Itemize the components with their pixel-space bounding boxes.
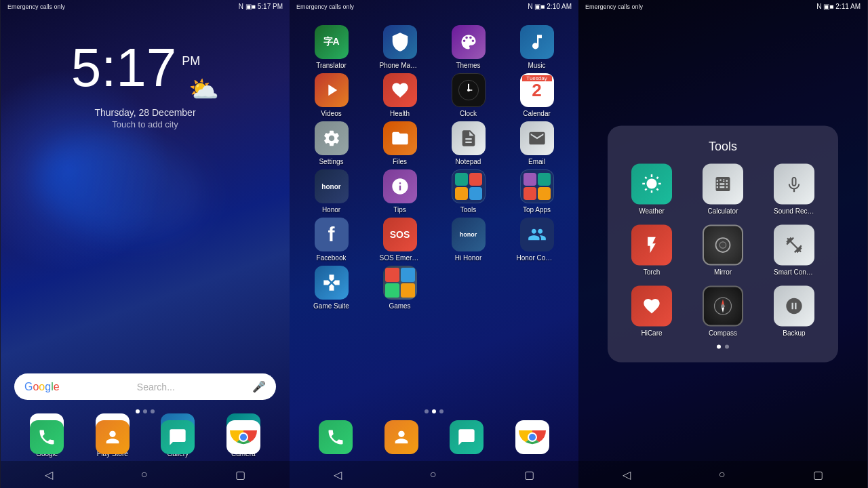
lock-time-right: PM ⛅ bbox=[182, 41, 219, 104]
folder-dot-2 bbox=[725, 345, 729, 349]
app-label-music: Music bbox=[528, 62, 545, 69]
app-mirror[interactable]: Mirror bbox=[692, 225, 753, 276]
nav-recents-2[interactable]: ▢ bbox=[524, 468, 534, 481]
time-1: 5:17 PM bbox=[258, 3, 283, 10]
nav-recents-3[interactable]: ▢ bbox=[813, 468, 823, 481]
app-games[interactable]: Games bbox=[368, 266, 432, 310]
app-torch[interactable]: Torch bbox=[621, 225, 682, 276]
app-chrome-1[interactable] bbox=[226, 420, 260, 454]
nav-home-3[interactable]: ○ bbox=[719, 468, 726, 481]
signal-icons-2: N ▣■ bbox=[528, 3, 545, 10]
dot-2-2 bbox=[432, 409, 436, 413]
app-label-smart-controller: Smart Controller bbox=[774, 268, 814, 276]
app-messages-2[interactable] bbox=[450, 420, 484, 454]
app-themes[interactable]: Themes bbox=[436, 25, 500, 69]
status-right-1: N ▣■ 5:17 PM bbox=[239, 3, 283, 10]
app-sos[interactable]: SOS SOS Emergency bbox=[368, 218, 432, 262]
app-label-game-suite: Game Suite bbox=[313, 302, 349, 310]
nav-back-2[interactable]: ◁ bbox=[334, 468, 342, 481]
status-bar-phone2: Emergency calls only N ▣■ 2:10 AM bbox=[290, 0, 578, 13]
app-calendar[interactable]: Tuesday 2 Calendar bbox=[505, 73, 569, 117]
nav-back-1[interactable]: ◁ bbox=[45, 468, 53, 481]
app-game-suite[interactable]: Game Suite bbox=[299, 266, 363, 310]
bottom-dock-phone1 bbox=[1, 417, 290, 458]
app-weather[interactable]: Weather bbox=[621, 164, 682, 215]
app-label-email: Email bbox=[528, 158, 545, 165]
nav-back-3[interactable]: ◁ bbox=[623, 468, 631, 481]
svg-point-11 bbox=[716, 238, 730, 252]
weather-icon: ⛅ bbox=[189, 75, 219, 103]
app-smart-controller[interactable]: Smart Controller bbox=[764, 225, 825, 276]
svg-point-3 bbox=[240, 434, 247, 441]
nav-recents-1[interactable]: ▢ bbox=[235, 468, 245, 481]
lock-ampm: PM bbox=[182, 54, 219, 68]
folder-grid: Weather Calculator Sound Recorder bbox=[621, 164, 825, 337]
app-health[interactable]: Health bbox=[368, 73, 432, 117]
app-compass[interactable]: Compass bbox=[692, 286, 753, 337]
app-sound-recorder[interactable]: Sound Recorder bbox=[764, 164, 825, 215]
app-label-phone-manager: Phone Manager bbox=[380, 62, 420, 69]
app-settings[interactable]: Settings bbox=[299, 121, 363, 165]
app-label-honor: Honor bbox=[322, 206, 340, 214]
app-top-apps[interactable]: Top Apps bbox=[505, 169, 569, 214]
app-honor-community[interactable]: Honor Commu... bbox=[505, 218, 569, 262]
app-email[interactable]: Email bbox=[505, 121, 569, 165]
lock-date: Thursday, 28 December bbox=[94, 107, 195, 118]
phone2: Emergency calls only N ▣■ 2:10 AM 字A Tra… bbox=[290, 0, 578, 488]
nav-bar-phone1: ◁ ○ ▢ bbox=[1, 461, 290, 488]
app-videos[interactable]: Videos bbox=[299, 73, 363, 117]
app-label-translator: Translator bbox=[316, 62, 347, 69]
app-files[interactable]: Files bbox=[368, 121, 432, 165]
app-hi-honor[interactable]: honor Hi Honor bbox=[436, 218, 500, 262]
nav-home-1[interactable]: ○ bbox=[141, 468, 148, 481]
svg-point-16 bbox=[722, 304, 725, 308]
app-tips[interactable]: Tips bbox=[368, 169, 432, 214]
emergency-text-2: Emergency calls only bbox=[296, 3, 354, 10]
app-backup[interactable]: Backup bbox=[764, 286, 825, 337]
app-facebook[interactable]: f Facebook bbox=[299, 218, 363, 262]
app-phone-1[interactable] bbox=[30, 420, 64, 454]
app-tools[interactable]: Tools bbox=[436, 169, 500, 214]
app-label-settings: Settings bbox=[319, 158, 343, 165]
app-label-calculator: Calculator bbox=[707, 207, 738, 215]
phone3: Emergency calls only N ▣■ 2:11 AM Tools … bbox=[578, 0, 867, 488]
app-phone-manager[interactable]: Phone Manager bbox=[368, 25, 432, 69]
app-label-videos: Videos bbox=[321, 110, 341, 117]
app-contacts-1[interactable] bbox=[96, 420, 130, 454]
app-label-files: Files bbox=[393, 158, 407, 165]
dot-3 bbox=[151, 409, 155, 413]
emergency-text-3: Emergency calls only bbox=[585, 3, 643, 10]
app-label-calendar: Calendar bbox=[523, 110, 551, 117]
app-chrome-2[interactable] bbox=[515, 420, 549, 454]
dot-2-1 bbox=[425, 409, 429, 413]
app-honor[interactable]: honor Honor bbox=[299, 169, 363, 214]
lock-weather: ⛅ bbox=[189, 75, 219, 104]
app-clock[interactable]: Clock bbox=[436, 73, 500, 117]
app-label-hicare: HiCare bbox=[641, 329, 662, 337]
app-music[interactable]: Music bbox=[505, 25, 569, 69]
google-logo: Google bbox=[24, 381, 60, 393]
app-label-facebook: Facebook bbox=[317, 254, 347, 262]
dot-1 bbox=[136, 409, 140, 413]
app-label-top-apps: Top Apps bbox=[523, 206, 551, 214]
app-calculator[interactable]: Calculator bbox=[692, 164, 753, 215]
app-grid-container: 字A Translator Phone Manager Themes Musi bbox=[293, 19, 575, 424]
app-translator[interactable]: 字A Translator bbox=[299, 25, 363, 69]
signal-icons-3: N ▣■ bbox=[816, 3, 833, 10]
nav-home-2[interactable]: ○ bbox=[430, 468, 437, 481]
signal-icons-1: N ▣■ bbox=[239, 3, 256, 10]
app-label-health: Health bbox=[390, 110, 410, 117]
app-hicare[interactable]: HiCare bbox=[621, 286, 682, 337]
mic-icon[interactable]: 🎤 bbox=[252, 380, 266, 393]
page-dots-phone1 bbox=[1, 409, 290, 413]
app-label-mirror: Mirror bbox=[714, 268, 732, 276]
google-search-bar[interactable]: Google Search... 🎤 bbox=[14, 373, 276, 400]
lock-city-prompt: Touch to add city bbox=[112, 119, 178, 129]
app-messages-1[interactable] bbox=[161, 420, 195, 454]
app-contacts-2[interactable] bbox=[384, 420, 418, 454]
app-label-sos: SOS Emergency bbox=[380, 254, 420, 262]
status-right-2: N ▣■ 2:10 AM bbox=[528, 3, 572, 10]
app-phone-2[interactable] bbox=[319, 420, 353, 454]
app-notepad[interactable]: Notepad bbox=[436, 121, 500, 165]
app-label-torch: Torch bbox=[644, 268, 660, 276]
